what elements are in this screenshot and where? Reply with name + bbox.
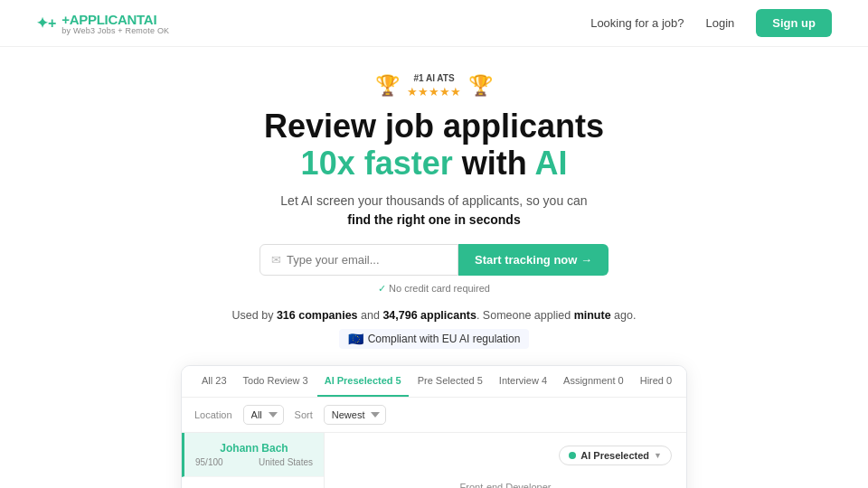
nav-links: Looking for a job? Login Sign up [590,9,832,37]
candidate-name-0: Johann Bach [195,442,313,455]
social-text5: ago. [611,309,637,322]
detail-role: Front-end Developer [339,482,672,488]
social-text1: Used by [232,309,277,322]
tab-ai-preselected[interactable]: AI Preselected 5 [317,366,409,397]
sort-filter-label: Sort [295,409,313,420]
tab-interview[interactable]: Interview 4 [492,366,554,397]
candidate-item-1[interactable]: Sarah Smith 94/100 Germany [182,477,324,488]
nav-login-link[interactable]: Login [706,16,735,30]
badge-label: #1 AI ATS [407,72,461,85]
demo-card: All 23 Todo Review 3 AI Preselected 5 Pr… [181,365,687,488]
ai-preselected-badge[interactable]: AI Preselected ▼ [559,446,672,465]
eu-text: Compliant with EU AI regulation [368,333,521,345]
social-applicants: 34,796 applicants [382,309,476,322]
hero-h1-rest: with [453,145,535,182]
filters-bar: Location All Sort Newest [182,398,686,433]
navbar: ✦+ +APPLICANTAI by Web3 Jobs + Remote OK… [0,0,868,47]
hero-subtext: Let AI screen your thousands of applican… [18,192,850,230]
signup-button[interactable]: Sign up [756,9,832,37]
email-input-wrap: ✉ [259,244,458,276]
candidate-list: Johann Bach 95/100 United States Sarah S… [182,433,325,488]
social-text3: . Someone applied [476,309,574,322]
candidate-score-0: 95/100 [195,457,223,467]
badge-wrap: 🏆 #1 AI ATS ★★★★★ 🏆 [18,72,850,99]
badge-stars: ★★★★★ [407,85,461,99]
logo-icon: ✦+ [36,14,56,32]
laurel-left-icon: 🏆 [375,74,400,98]
logo-text-wrap: +APPLICANTAI by Web3 Jobs + Remote OK [61,12,169,35]
tab-hired[interactable]: Hired 0 [633,366,679,397]
candidate-item-0[interactable]: Johann Bach 95/100 United States [182,433,324,477]
logo: ✦+ +APPLICANTAI by Web3 Jobs + Remote OK [36,12,169,35]
hero-h1-line1: Review job applicants [264,108,604,145]
no-credit-card-text: No credit card required [18,283,850,295]
tab-ai-rejected[interactable]: AI Rejected 83 [681,366,686,397]
detail-panel: AI Preselected ▼ Front-end Developer Joh… [325,433,686,488]
social-companies: 316 companies [277,309,358,322]
tabs-bar: All 23 Todo Review 3 AI Preselected 5 Pr… [182,366,686,398]
candidate-meta-0: 95/100 United States [195,457,313,467]
hero-h1-accent: AI [534,145,567,182]
email-input[interactable] [287,253,431,267]
eu-badge: 🇪🇺 Compliant with EU AI regulation [339,329,530,349]
tab-pre-selected[interactable]: Pre Selected 5 [410,366,490,397]
email-icon: ✉ [271,253,281,267]
demo-body: Johann Bach 95/100 United States Sarah S… [182,433,686,488]
tab-todo[interactable]: Todo Review 3 [236,366,316,397]
ai-preselected-label: AI Preselected [580,450,649,461]
hero-sub2: find the right one in seconds [347,212,520,227]
eu-flag-icon: 🇪🇺 [348,332,363,346]
location-filter-label: Location [194,409,232,420]
logo-text: +APPLICANTAI [61,12,156,27]
track-button[interactable]: Start tracking now → [458,244,609,276]
badge-content: #1 AI ATS ★★★★★ [407,72,461,99]
badge-chevron-icon: ▼ [654,451,662,460]
logo-prefix: + [61,12,69,27]
nav-job-link[interactable]: Looking for a job? [590,16,684,30]
logo-accent: AI [144,12,156,27]
logo-main: APPLICANT [70,12,144,27]
sort-select[interactable]: Newest [324,405,386,425]
laurel-right-icon: 🏆 [468,74,493,98]
candidate-location-0: United States [259,457,313,467]
tab-all[interactable]: All 23 [194,366,234,397]
hero-heading: Review job applicants 10x faster with AI [18,108,850,183]
location-select[interactable]: All [243,405,284,425]
email-form: ✉ Start tracking now → [18,244,850,276]
hero-sub1: Let AI screen your thousands of applican… [280,193,587,208]
social-minute: minute [574,309,611,322]
badge-dot-icon [569,452,576,459]
hero-section: 🏆 #1 AI ATS ★★★★★ 🏆 Review job applicant… [0,47,868,488]
logo-subtitle: by Web3 Jobs + Remote OK [61,26,169,35]
tab-assignment[interactable]: Assignment 0 [556,366,631,397]
hero-h1-highlight: 10x faster [301,145,453,182]
social-text2: and [358,309,383,322]
social-proof-text: Used by 316 companies and 34,796 applica… [18,309,850,322]
